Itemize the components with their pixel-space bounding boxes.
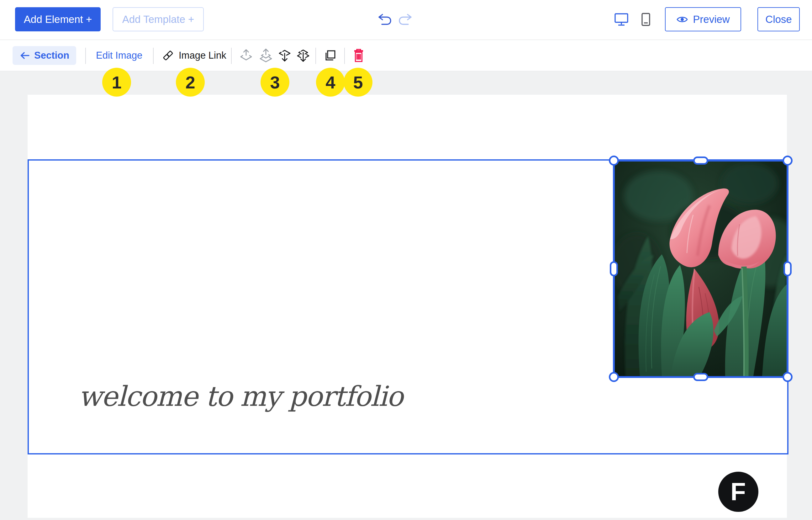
site-logo-letter: F bbox=[730, 477, 746, 506]
top-toolbar: Add Element + Add Template + bbox=[0, 0, 812, 40]
mobile-icon bbox=[640, 12, 651, 26]
editor-canvas: welcome to my portfolio bbox=[0, 71, 812, 520]
close-label: Close bbox=[765, 14, 792, 25]
edit-image-button[interactable]: Edit Image bbox=[96, 50, 142, 61]
add-template-label: Add Template + bbox=[122, 14, 194, 25]
send-backward-icon bbox=[278, 49, 292, 62]
duplicate-button[interactable] bbox=[323, 48, 337, 63]
resize-handle-top-left[interactable] bbox=[609, 156, 619, 165]
annotation-number: 4 bbox=[325, 72, 335, 93]
bring-to-front-icon bbox=[259, 49, 273, 62]
annotation-circle-2: 2 bbox=[176, 68, 205, 97]
mobile-view-toggle[interactable] bbox=[640, 12, 651, 26]
undo-button[interactable] bbox=[377, 13, 392, 26]
bring-forward-button[interactable] bbox=[239, 48, 253, 63]
selected-image-element[interactable] bbox=[613, 160, 788, 378]
left-arrow-icon bbox=[20, 51, 30, 59]
image-link-button[interactable]: Image Link bbox=[162, 50, 226, 61]
delete-button[interactable] bbox=[351, 48, 366, 63]
back-to-section-button[interactable]: Section bbox=[12, 46, 76, 65]
toolbar-divider bbox=[316, 48, 316, 64]
resize-handle-left[interactable] bbox=[610, 261, 618, 276]
annotation-number: 3 bbox=[270, 72, 280, 93]
edit-image-label: Edit Image bbox=[96, 50, 142, 61]
annotation-number: 1 bbox=[112, 72, 121, 93]
site-logo-badge: F bbox=[718, 472, 758, 512]
resize-handle-right[interactable] bbox=[783, 261, 792, 276]
bring-forward-icon bbox=[239, 49, 253, 62]
resize-handle-top[interactable] bbox=[693, 156, 708, 165]
send-backward-button[interactable] bbox=[277, 48, 292, 63]
resize-handle-bottom-left[interactable] bbox=[609, 372, 619, 382]
preview-label: Preview bbox=[693, 14, 730, 25]
preview-button[interactable]: Preview bbox=[665, 7, 741, 31]
desktop-view-toggle[interactable] bbox=[614, 12, 629, 26]
annotation-circle-1: 1 bbox=[102, 68, 131, 97]
add-element-label: Add Element + bbox=[24, 14, 92, 25]
redo-button[interactable] bbox=[398, 13, 413, 26]
annotation-number: 2 bbox=[185, 72, 195, 93]
toolbar-divider bbox=[231, 48, 232, 64]
toolbar-divider bbox=[344, 48, 345, 64]
resize-handle-bottom-right[interactable] bbox=[783, 372, 792, 382]
page-heading-text[interactable]: welcome to my portfolio bbox=[78, 380, 403, 412]
toolbar-divider bbox=[85, 48, 86, 64]
redo-icon bbox=[398, 13, 413, 26]
annotation-circle-4: 4 bbox=[316, 68, 345, 97]
duplicate-icon bbox=[324, 49, 336, 62]
undo-icon bbox=[377, 13, 392, 26]
element-toolbar: Section Edit Image Image Link bbox=[0, 40, 812, 71]
add-element-button[interactable]: Add Element + bbox=[15, 7, 101, 31]
back-to-section-label: Section bbox=[34, 50, 69, 61]
send-to-back-icon bbox=[296, 49, 310, 62]
annotation-circle-3: 3 bbox=[261, 68, 289, 97]
desktop-icon bbox=[614, 12, 629, 26]
annotation-circle-5: 5 bbox=[344, 68, 373, 97]
annotation-number: 5 bbox=[353, 72, 363, 93]
resize-handle-top-right[interactable] bbox=[783, 156, 792, 165]
editor-screen: Add Element + Add Template + bbox=[0, 0, 812, 520]
trash-icon bbox=[352, 48, 365, 63]
resize-handle-bottom[interactable] bbox=[693, 373, 708, 381]
send-to-back-button[interactable] bbox=[296, 48, 310, 63]
toolbar-divider bbox=[153, 48, 154, 64]
bring-to-front-button[interactable] bbox=[259, 48, 273, 63]
image-link-label: Image Link bbox=[179, 50, 226, 61]
add-template-button[interactable]: Add Template + bbox=[112, 7, 204, 31]
calla-lily-photo bbox=[615, 161, 787, 376]
chain-link-icon bbox=[162, 50, 174, 61]
eye-icon bbox=[676, 16, 688, 24]
close-button[interactable]: Close bbox=[757, 7, 800, 31]
